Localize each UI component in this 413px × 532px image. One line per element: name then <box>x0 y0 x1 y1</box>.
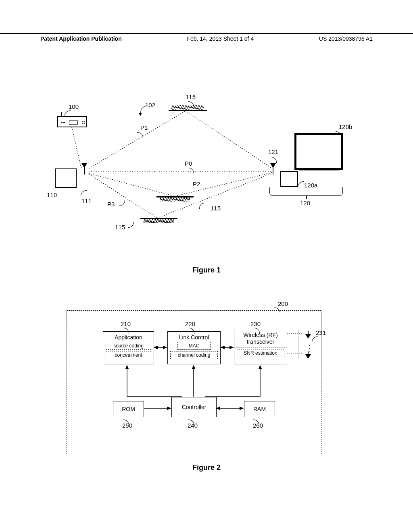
label-P0: P0 <box>185 160 192 167</box>
label-P2: P2 <box>193 181 200 187</box>
label-100: 100 <box>69 103 79 110</box>
reflector-top <box>171 105 204 110</box>
rf-title: Wireless (RF) transceiver <box>234 332 287 345</box>
figure-2: 200 Application source coding concealmen… <box>67 300 357 453</box>
label-111: 111 <box>81 197 92 204</box>
channel-coding-sub: channel coding <box>170 351 218 359</box>
label-230: 230 <box>250 320 261 327</box>
ram-module: RAM <box>244 401 275 417</box>
label-120: 120 <box>300 200 310 206</box>
svg-line-1 <box>72 127 81 169</box>
label-P1: P1 <box>140 124 148 131</box>
label-110: 110 <box>47 191 57 198</box>
date-sheet: Feb. 14, 2013 Sheet 1 of 4 <box>187 35 254 42</box>
bracket-120 <box>269 187 343 196</box>
tv-screen-120b <box>294 133 343 170</box>
tv-base <box>299 168 340 171</box>
figure-1: 100 110 111 120b 120a 121 115 115 115 P0… <box>56 81 359 258</box>
label-121: 121 <box>268 148 278 155</box>
label-P3: P3 <box>107 201 115 208</box>
svg-line-7 <box>89 174 157 218</box>
label-115-top: 115 <box>186 94 196 100</box>
antenna-231-bottom-icon <box>306 355 311 359</box>
label-120b: 120b <box>339 123 352 130</box>
application-title: Application <box>103 334 154 341</box>
publication-type: Patent Application Publication <box>40 35 122 42</box>
link-control-module-220: Link Control MAC channel coding <box>167 331 221 364</box>
antenna-ellipsis: ⋮ <box>306 344 313 353</box>
snr-estimation-sub: SNR estimation <box>237 349 284 357</box>
svg-line-4 <box>186 111 272 168</box>
receiver-box-120a <box>280 171 298 187</box>
label-115-mid: 115 <box>211 205 221 212</box>
transmitter-box-110 <box>55 168 77 188</box>
label-231: 231 <box>316 329 326 336</box>
source-coding-sub: source coding <box>106 342 151 350</box>
antenna-111-icon <box>81 163 87 174</box>
svg-line-3 <box>89 111 186 168</box>
link-control-title: Link Control <box>168 334 220 341</box>
svg-line-6 <box>175 172 272 196</box>
page-header: Patent Application Publication Feb. 14, … <box>0 33 413 42</box>
label-220: 220 <box>185 320 195 327</box>
rom-module: ROM <box>113 401 144 417</box>
concealment-sub: concealment <box>106 351 151 359</box>
publication-number: US 2013/0038796 A1 <box>319 35 373 42</box>
mac-sub: MAC <box>177 342 211 350</box>
label-210: 210 <box>121 320 131 327</box>
application-module-210: Application source coding concealment <box>103 331 154 364</box>
media-device-100 <box>57 116 87 127</box>
figure-1-caption: Figure 1 <box>0 266 413 274</box>
antenna-231-top-icon <box>306 335 311 339</box>
svg-line-5 <box>89 173 175 196</box>
controller-module: Controller <box>171 397 217 417</box>
rf-transceiver-module-230: Wireless (RF) transceiver SNR estimation <box>234 329 287 364</box>
figure-2-caption: Figure 2 <box>0 463 413 472</box>
label-200: 200 <box>278 300 288 307</box>
label-115-bot: 115 <box>115 224 125 231</box>
antenna-121-icon <box>270 163 276 174</box>
